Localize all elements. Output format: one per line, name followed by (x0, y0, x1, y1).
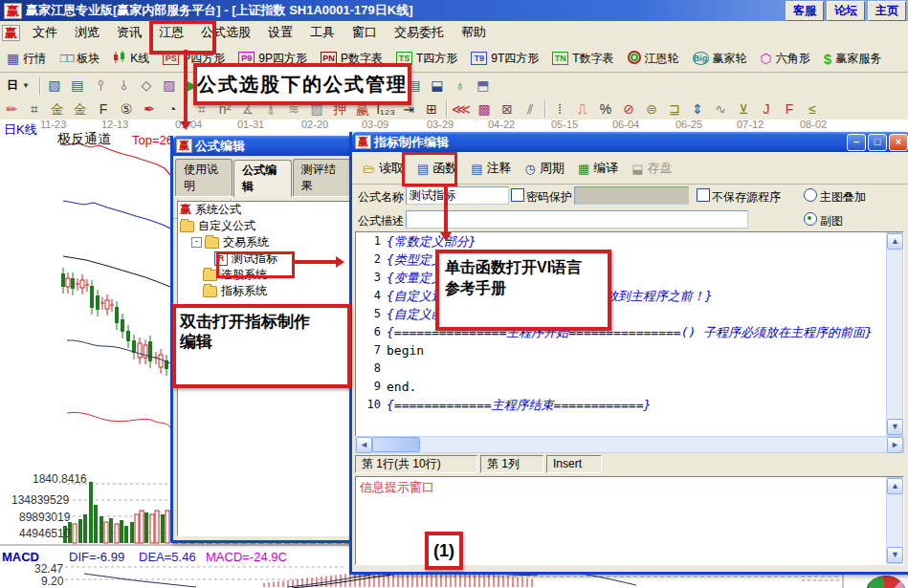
hexagon-icon: ⬡ (761, 51, 772, 66)
annotation-box-test-indicator (216, 251, 295, 278)
net1-icon[interactable]: ♁ (449, 76, 472, 96)
code-line: 9end. (356, 378, 903, 396)
gold-line-icon[interactable]: ⊒ (663, 100, 686, 119)
formula-desc-input[interactable] (406, 210, 748, 229)
close-button[interactable]: × (889, 134, 908, 151)
hscroll-thumb[interactable] (372, 437, 420, 452)
lines-icon[interactable]: ⫽ (519, 100, 542, 119)
gold-circ-icon[interactable]: ⊜ (640, 100, 663, 119)
f-angle-icon[interactable]: F (778, 100, 801, 119)
status-cell: Insert (546, 455, 602, 473)
tab-公式编辑[interactable]: 公式编辑 (233, 160, 291, 197)
toolbar-button-T数字表[interactable]: TNT数字表 (545, 51, 620, 67)
macd-scale-1: 32.47 (34, 562, 63, 576)
frame-icon[interactable]: ⊞ (420, 100, 443, 119)
sine-icon[interactable]: ∿ (709, 100, 732, 119)
line-number: 4 (356, 287, 387, 305)
password-checkbox[interactable] (511, 188, 524, 202)
formula-editor-titlebar[interactable]: 赢 公式编辑 (173, 136, 352, 156)
date-tick: 12-13 (101, 119, 128, 130)
line-number: 10 (356, 396, 387, 414)
formula-editor-tabs: 使用说明公式编辑测评结果 (173, 156, 352, 196)
tree-item-系统公式[interactable]: 赢系统公式 (178, 202, 349, 218)
code-line: 10{=============主程序结束============} (356, 396, 903, 414)
main-overlay-radio[interactable] (804, 188, 817, 202)
info-vscrollbar[interactable]: ▲ ▼ (886, 477, 903, 564)
tree-item-指标系统[interactable]: 指标系统 (178, 283, 349, 299)
candle-dd-icon[interactable]: ◇ (135, 76, 158, 96)
percent-icon[interactable]: % (594, 100, 617, 119)
ruler-icon[interactable]: ⦙ (548, 100, 571, 119)
bars3-icon[interactable]: ⫯ (89, 76, 112, 96)
scroll-right-icon[interactable]: ► (887, 437, 903, 453)
titlebar-button-论坛[interactable]: 论坛 (827, 1, 865, 21)
editor-toolbar-编译[interactable]: ▦编译 (571, 157, 625, 180)
menu-item-设置[interactable]: 设置 (259, 22, 301, 43)
patch-icon[interactable]: ▩ (473, 100, 496, 119)
toolbar-button-行情[interactable]: ▦行情 (0, 51, 53, 67)
zone-icon[interactable]: ▧ (43, 76, 66, 96)
code-hscrollbar[interactable]: ◄ ► (355, 436, 904, 453)
tab-使用说明[interactable]: 使用说明 (175, 159, 233, 196)
formula-name-input[interactable] (406, 186, 509, 205)
j-angle-icon[interactable]: J (755, 100, 778, 119)
fan-icon[interactable]: ⋘ (450, 100, 473, 119)
save-disk-icon[interactable]: ⬓ (426, 76, 449, 96)
pen-icon[interactable]: ✒ (138, 100, 161, 119)
menu-item-资讯[interactable]: 资讯 (108, 22, 150, 43)
menu-item-窗口[interactable]: 窗口 (343, 22, 386, 43)
info-scroll-down-icon[interactable]: ▼ (887, 547, 903, 563)
tree-item-交易系统[interactable]: -交易系统 (178, 234, 349, 250)
gann-grid-icon[interactable]: ⌗ (23, 100, 46, 119)
grid2-icon[interactable]: ⊠ (496, 100, 519, 119)
period-day-button[interactable]: 日▼ (0, 77, 36, 94)
info-scroll-up-icon[interactable]: ▲ (887, 478, 903, 494)
info-doc-icon[interactable]: ▤ (66, 76, 89, 96)
app-logo-icon: 赢 (4, 3, 22, 19)
rights-icon[interactable]: ▨ (158, 76, 181, 96)
menu-item-浏览[interactable]: 浏览 (66, 22, 108, 43)
cycle-icon[interactable]: ◔ (161, 100, 184, 119)
gold-band-icon[interactable]: ⊻ (732, 100, 755, 119)
menu-item-帮助[interactable]: 帮助 (453, 22, 495, 43)
toolbar-button-板块[interactable]: ❒❒板块 (53, 51, 106, 67)
menu-item-交易委托[interactable]: 交易委托 (386, 22, 453, 43)
bars9-icon[interactable]: ⫰ (112, 76, 135, 96)
tree-expander-icon[interactable]: - (191, 237, 202, 248)
g-angle-icon[interactable]: ≤ (801, 100, 824, 119)
tab-测评结果[interactable]: 测评结果 (293, 159, 350, 196)
scroll-down-icon[interactable]: ▼ (887, 419, 903, 435)
updown-icon[interactable]: ⇕ (686, 100, 709, 119)
editor-toolbar-注释[interactable]: ▤注释 (464, 157, 518, 180)
gold2-icon[interactable]: 金 (69, 100, 92, 119)
toolbar-button-赢家轮[interactable]: Big赢家轮 (686, 51, 754, 67)
titlebar-button-主页[interactable]: 主页 (868, 1, 906, 21)
five-icon[interactable]: ⑤ (115, 100, 138, 119)
toolbar-button-江恩轮[interactable]: 江恩轮 (621, 51, 686, 67)
nosave-checkbox[interactable] (697, 188, 710, 202)
menu-item-工具[interactable]: 工具 (301, 22, 343, 43)
marker-icon[interactable]: ✏ (0, 100, 23, 119)
titlebar-button-客服[interactable]: 客服 (786, 1, 824, 21)
toolbar-label: 六角形 (776, 51, 810, 67)
main-toolbar: ▦行情❒❒板块K线PSP四方形P99P四方形PNP数字表TST四方形T99T四方… (0, 44, 908, 74)
indicator-editor-titlebar[interactable]: 赢 指标制作编辑 –□× (352, 132, 908, 152)
code-vscrollbar[interactable]: ▲ ▼ (886, 232, 903, 436)
editor-toolbar-周期[interactable]: ◷周期 (519, 157, 571, 180)
maximize-button[interactable]: □ (868, 134, 887, 151)
toolbar-button-赢家服务[interactable]: $赢家服务 (817, 51, 888, 67)
scroll-left-icon[interactable]: ◄ (356, 437, 372, 453)
pct-line-icon[interactable]: ⊘ (617, 100, 640, 119)
tree-item-自定义公式[interactable]: 自定义公式 (178, 218, 349, 234)
toolbar-button-六角形[interactable]: ⬡六角形 (754, 51, 817, 67)
fib-icon[interactable]: F (92, 100, 115, 119)
sub-chart-radio[interactable] (804, 212, 817, 226)
net2-icon[interactable]: ⬒ (472, 76, 495, 96)
pct-box-icon[interactable]: ⎍ (571, 100, 594, 119)
scroll-up-icon[interactable]: ▲ (887, 233, 903, 250)
minimize-button[interactable]: – (847, 134, 866, 151)
gold1-icon[interactable]: 金 (46, 100, 69, 119)
toolbar-button-9T四方形[interactable]: T99T四方形 (464, 51, 545, 67)
vol-scale-1: 134839529 (11, 493, 69, 507)
menu-item-文件[interactable]: 文件 (24, 22, 66, 43)
